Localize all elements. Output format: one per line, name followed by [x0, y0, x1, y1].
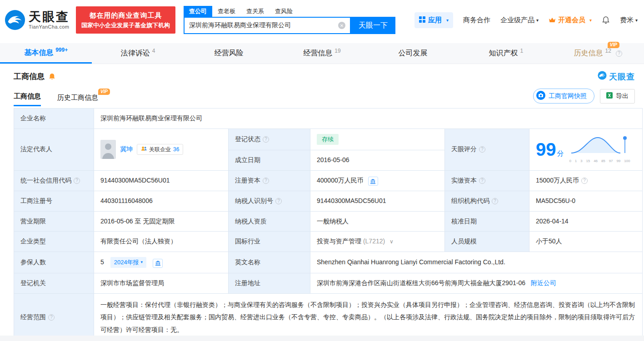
tab-history-info[interactable]: VIP 历史信息 12 — [552, 43, 644, 64]
reg-status-help-icon[interactable] — [263, 136, 269, 143]
company-name-value: 深圳前海环融联易商业保理有限公司 — [94, 109, 643, 129]
scope-value: 一般经营项目：保付代理（非银行融资类）；与商业保理有关的咨询服务（不含限制项目）… — [94, 293, 643, 341]
business-info-table: 企业名称 深圳前海环融联易商业保理有限公司 法定代表人 冀坤 关联企业 36 — [14, 108, 643, 341]
business-cooperation-link[interactable]: 商务合作 — [463, 16, 490, 25]
taxpayer-id-help-icon[interactable] — [275, 198, 282, 204]
business-term-value: 2016-05-06 至 无固定期限 — [94, 211, 229, 232]
scope-label-text: 经营范围 — [20, 313, 46, 321]
subtab-history-business-info[interactable]: VIP 历史工商信息 — [57, 94, 98, 106]
subscribe-bell-icon[interactable] — [48, 73, 56, 80]
snapshot-button-label: 工商官网快照 — [549, 92, 587, 100]
industry-expand-chevron-icon[interactable] — [389, 238, 394, 245]
insured-value: 5 — [100, 258, 104, 266]
insured-bank-icon[interactable] — [153, 259, 163, 268]
tianyan-score-cell: 99分 0131546859799100 — [529, 128, 643, 170]
official-snapshot-button[interactable]: 工商官网快照 — [533, 89, 594, 104]
address-label: 注册地址 — [229, 273, 310, 294]
related-companies-count: 36 — [173, 145, 179, 154]
english-name-label: 英文名称 — [229, 252, 310, 273]
tab-intellectual-property[interactable]: 知识产权1 — [460, 43, 552, 64]
org-code-value: MA5DC56U-0 — [529, 191, 643, 212]
reg-capital-help-icon[interactable] — [263, 178, 269, 184]
reg-capital-value: 400000万人民币 — [317, 177, 364, 184]
company-name-label: 企业名称 — [14, 109, 94, 129]
search-tab-risk[interactable]: 查风险 — [270, 6, 298, 17]
score-help-icon[interactable] — [479, 146, 485, 153]
org-code-label-text: 组织机构代码 — [451, 197, 489, 204]
subtab-business-info[interactable]: 工商信息 — [14, 92, 41, 106]
score-axis-ticks: 0131546859799100 — [569, 158, 630, 164]
reg-capital-label-text: 注册资本 — [235, 177, 260, 184]
legal-rep-label: 法定代表人 — [14, 128, 94, 170]
search-tab-company[interactable]: 查公司 — [184, 6, 212, 17]
annual-report-tag[interactable]: 2024年报 — [110, 257, 146, 268]
english-name-value: Shenzhen Qianhai Huanrong Lianyi Commerc… — [310, 252, 643, 273]
capital-bank-icon[interactable] — [368, 177, 378, 186]
company-search-input[interactable] — [189, 22, 338, 29]
approval-date-value: 2026-04-14 — [529, 211, 643, 232]
paid-capital-label-text: 实缴资本 — [451, 177, 477, 184]
nearby-companies-link[interactable]: 附近公司 — [531, 279, 556, 287]
paid-capital-help-icon[interactable] — [479, 178, 485, 184]
reg-status-badge: 存续 — [317, 134, 339, 145]
tab-basic-info-count: 999+ — [55, 47, 68, 53]
table-row: 统一社会信用代码 91440300MA5DC56U01 注册资本 400000万… — [14, 170, 643, 191]
history-help-icon[interactable] — [616, 50, 622, 57]
tianyancha-logo-icon — [5, 10, 25, 30]
enterprise-products-menu[interactable]: 企业级产品 — [500, 16, 539, 25]
score-unit: 分 — [557, 149, 564, 157]
taxpayer-quality-label: 纳税人资质 — [229, 211, 310, 232]
slogan-line2: 国家中小企业发展子基金旗下机构 — [81, 21, 170, 30]
watermark-logo-text: 天眼查 — [609, 71, 635, 82]
watermark-logo-icon — [598, 71, 607, 82]
tianyancha-company-page: 天眼查 TianYanCha.com 都在用的商业查询工具 国家中小企业发展子基… — [0, 0, 644, 341]
search-box — [184, 17, 351, 34]
crown-icon — [549, 16, 556, 24]
apps-menu[interactable]: 应用 — [414, 12, 453, 28]
export-button[interactable]: 导出 — [600, 89, 635, 104]
table-row: 经营范围 一般经营项目：保付代理（非银行融资类）；与商业保理有关的咨询服务（不含… — [14, 293, 643, 341]
tab-operation-info-label: 经营信息 — [303, 49, 332, 58]
taxpayer-id-label: 纳税人识别号 — [229, 191, 310, 212]
tab-legal-proceedings-count: 4 — [152, 48, 155, 54]
tab-operation-info[interactable]: 经营信息19 — [276, 43, 368, 64]
tab-basic-info[interactable]: 基本信息999+ — [0, 43, 92, 64]
address-cell: 深圳市前海深港合作区南山街道枢纽大街66号前海周大福金融大厦2901-06 附近… — [310, 273, 643, 294]
clear-search-icon[interactable] — [338, 22, 345, 29]
search-tab-relation[interactable]: 查关系 — [241, 6, 270, 17]
notifications-bell-icon[interactable] — [602, 16, 610, 24]
industry-cell: 投资与资产管理 (L7212) — [310, 232, 445, 252]
tab-legal-proceedings[interactable]: 法律诉讼4 — [92, 43, 184, 64]
tab-operation-risk[interactable]: 经营风险 — [184, 43, 276, 64]
related-companies-badge[interactable]: 关联企业 36 — [137, 144, 183, 155]
tianyancha-logo[interactable]: 天眼查 TianYanCha.com — [5, 10, 70, 30]
legal-rep-name-link[interactable]: 冀坤 — [120, 144, 133, 154]
legal-rep-photo[interactable] — [100, 140, 116, 159]
reg-status-label: 登记状态 — [229, 128, 310, 150]
vip-upgrade-link[interactable]: 开通会员 — [549, 16, 592, 25]
tab-basic-info-label: 基本信息 — [24, 48, 53, 58]
taxpayer-id-label-text: 纳税人识别号 — [235, 197, 273, 204]
scope-help-icon[interactable] — [48, 314, 55, 321]
tab-company-development[interactable]: 公司发展 — [368, 43, 460, 64]
industry-label: 国标行业 — [229, 232, 310, 252]
reg-capital-label: 注册资本 — [229, 170, 310, 191]
search-button[interactable]: 天眼一下 — [351, 17, 395, 34]
insured-label: 参保人数 — [14, 252, 94, 273]
reg-number-value: 440301116048006 — [94, 191, 229, 212]
user-menu[interactable]: 费米 — [620, 16, 638, 25]
snapshot-camera-icon — [536, 91, 545, 101]
username-label: 费米 — [620, 16, 634, 25]
paid-capital-value: 15000万人民币 — [536, 177, 579, 184]
search-tab-boss[interactable]: 查老板 — [212, 6, 241, 17]
credit-code-help-icon[interactable] — [74, 178, 80, 184]
subtab-row: 工商信息 VIP 历史工商信息 工商官网快照 导出 — [0, 82, 644, 106]
establish-date-value: 2016-05-06 — [310, 150, 445, 170]
table-row: 企业名称 深圳前海环融联易商业保理有限公司 — [14, 109, 643, 129]
industry-code: (L7212) — [363, 237, 385, 245]
table-row: 登记机关 深圳市市场监督管理局 注册地址 深圳市前海深港合作区南山街道枢纽大街6… — [14, 273, 643, 294]
paid-capital-value-help-icon[interactable] — [581, 178, 588, 184]
apps-grid-icon — [419, 16, 425, 24]
org-code-help-icon[interactable] — [492, 198, 498, 204]
address-value: 深圳市前海深港合作区南山街道枢纽大街66号前海周大福金融大厦2901-06 — [317, 279, 525, 287]
